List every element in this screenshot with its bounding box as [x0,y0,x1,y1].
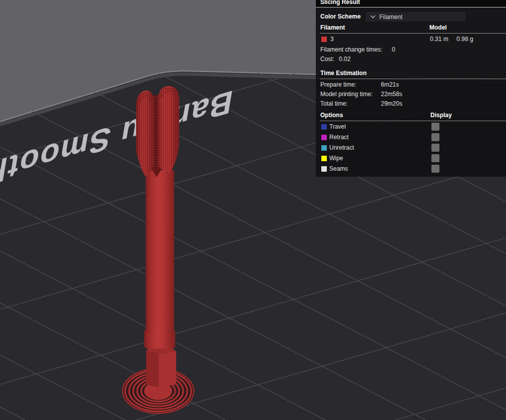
time-row: Model printing time: 22m58s [316,91,506,99]
color-scheme-value: Filament [379,12,402,22]
option-row-unretract: Unretract [316,144,506,152]
option-row-wipe: Wipe [316,155,506,163]
filament-change-times-label: Filament change times: [320,46,382,53]
options-title: Options [320,111,343,119]
color-scheme-label: Color Scheme [320,12,361,22]
total-time-label: Total time: [320,100,348,107]
time-estimation-title: Time Estimation [320,69,366,77]
time-row: Total time: 29m20s [316,100,506,108]
option-row-travel: Travel [316,123,506,131]
retract-display-checkbox[interactable] [431,133,439,141]
total-time-value: 29m20s [381,100,402,107]
seams-display-checkbox[interactable] [431,165,439,173]
panel-title: Slicing Result [320,0,506,6]
slicing-result-panel: Slicing Result Color Scheme Filament Fil… [316,0,506,177]
display-column-header: Display [430,111,452,119]
wipe-display-checkbox[interactable] [431,154,439,162]
retract-label: Retract [329,134,349,141]
prepare-time-value: 6m21s [381,81,399,88]
cost-label: Cost: [320,56,334,63]
divider [316,7,506,8]
travel-display-checkbox[interactable] [431,123,439,131]
seams-label: Seams [329,165,348,172]
filament-row[interactable]: 3 0.31 m 0.98 g [316,36,506,44]
travel-label: Travel [329,123,346,130]
filament-column-header: Filament [320,24,345,32]
retract-color-swatch [321,135,327,140]
filament-length: 0.31 m [430,36,448,43]
chevron-down-icon [370,15,376,19]
unretract-label: Unretract [329,144,354,151]
filament-change-times-value: 0 [392,46,395,53]
slicer-preview-screen: Bambu Smooth [0,0,506,420]
divider [320,79,506,79]
option-row-retract: Retract [316,134,506,142]
model-printing-time-value: 22m58s [381,91,402,98]
unretract-color-swatch [321,145,327,151]
model-fork-top [136,86,179,177]
unretract-display-checkbox[interactable] [431,144,439,152]
prepare-time-label: Prepare time: [320,81,356,88]
divider [320,33,506,34]
filament-id: 3 [330,36,334,43]
filament-weight: 0.98 g [456,36,473,43]
divider [320,121,506,121]
cost-value: 0.02 [339,56,350,63]
seams-color-swatch [321,166,327,172]
model-column [146,170,174,332]
filament-color-swatch [321,37,327,42]
model-printing-time-label: Model printing time: [320,91,373,98]
travel-color-swatch [321,124,327,130]
time-row: Prepare time: 6m21s [316,81,506,89]
panel-title-bar[interactable]: Slicing Result [316,0,506,7]
wipe-label: Wipe [329,155,343,162]
model-base [146,346,176,387]
wipe-color-swatch [321,156,327,161]
model-column-header: Model [429,24,447,32]
option-row-seams: Seams [316,165,506,173]
color-scheme-dropdown[interactable]: Filament [366,12,465,22]
